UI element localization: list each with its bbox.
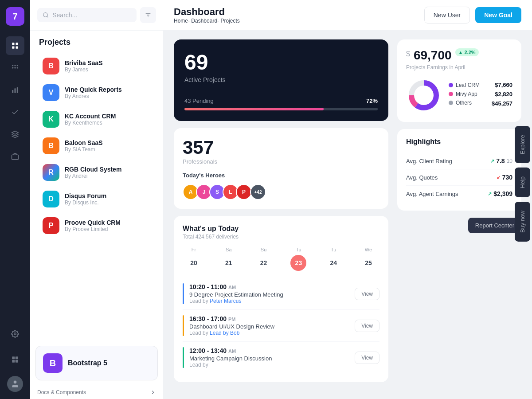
cal-day[interactable]: Fr 20: [183, 247, 205, 271]
project-icon: B: [43, 137, 59, 154]
svg-rect-19: [16, 360, 18, 363]
list-item[interactable]: V Vine Quick Reports By Andres: [34, 80, 160, 106]
highlight-row: Avg. Client Rating ↗ 7.8 10: [406, 153, 512, 169]
content-main: 69 Active Projects 43 Pending 72% 357 Pr…: [174, 39, 388, 390]
legend-item: Others: [449, 100, 485, 106]
list-item[interactable]: K KC Account CRM By Keenthemes: [34, 106, 160, 132]
sidebar-number[interactable]: 7: [6, 7, 24, 26]
buy-now-tab[interactable]: Buy now: [515, 202, 530, 242]
cal-day-active[interactable]: Tu 23: [287, 247, 309, 271]
earnings-sub: Projects Earnings in April: [406, 64, 512, 70]
cal-day[interactable]: Su 22: [253, 247, 275, 271]
svg-rect-1: [16, 43, 18, 45]
project-icon: V: [43, 84, 59, 101]
filter-button[interactable]: [140, 7, 156, 23]
explore-tab[interactable]: Explore: [515, 126, 530, 163]
calendar-subtitle: Total 424,567 deliveries: [183, 234, 379, 240]
svg-point-21: [43, 13, 47, 17]
bootstrap-icon: B: [43, 353, 63, 373]
cal-day-name: Tu: [331, 247, 336, 252]
cal-day[interactable]: We 25: [357, 247, 379, 271]
sidebar-icon-grid[interactable]: [6, 36, 24, 55]
active-projects-number: 69: [184, 50, 378, 74]
bootstrap-title: Bootstrap 5: [68, 359, 107, 367]
hero-more: +42: [250, 184, 266, 200]
event-view-button[interactable]: View: [355, 288, 379, 300]
project-list: B Briviba SaaS By James V Vine Quick Rep…: [30, 52, 163, 340]
projects-title: Projects: [30, 31, 163, 52]
report-area: Report Cecnter: [397, 218, 521, 237]
active-projects-card: 69 Active Projects 43 Pending 72%: [174, 39, 388, 121]
sidebar-icon-widgets[interactable]: [6, 350, 24, 369]
cal-day[interactable]: Sa 21: [218, 247, 240, 271]
professionals-label: Professionals: [183, 158, 379, 165]
event-view-button[interactable]: View: [355, 352, 379, 364]
sidebar-icon-briefcase[interactable]: [6, 147, 24, 166]
list-item[interactable]: B Baloon SaaS By SIA Team: [34, 133, 160, 159]
list-item[interactable]: P Proove Quick CRM By Proove Limited: [34, 213, 160, 239]
highlight-row: Avg. Quotes ↙ 730: [406, 169, 512, 186]
earnings-amount: 69,700: [414, 48, 452, 63]
project-by: By Andrei: [65, 173, 121, 179]
new-user-button[interactable]: New User: [424, 7, 470, 23]
project-name: Vine Quick Reports: [65, 86, 122, 93]
project-name: Baloon SaaS: [65, 139, 103, 146]
event-lead: Lead by: [189, 362, 349, 368]
cal-day-name: Tu: [296, 247, 301, 252]
sidebar-icon-layers[interactable]: [6, 125, 24, 144]
svg-point-15: [14, 333, 16, 335]
cal-day-name: Sa: [226, 247, 231, 252]
event-name: 9 Degree Project Estimation Meeting: [189, 291, 349, 298]
svg-rect-5: [15, 65, 16, 66]
calendar-card: What's up Today Total 424,567 deliveries…: [174, 216, 388, 382]
professionals-number: 357: [183, 137, 379, 158]
list-item[interactable]: B Briviba SaaS By James: [34, 53, 160, 79]
event-view-button[interactable]: View: [355, 320, 379, 332]
breadcrumb-home[interactable]: Home-: [174, 18, 190, 24]
project-by: By James: [65, 66, 103, 73]
earnings-card: $ 69,700 ▲ 2.2% Projects Earnings in Apr…: [397, 39, 521, 122]
highlight-value: ↗ 7.8 10: [490, 157, 512, 164]
bootstrap-banner[interactable]: B Bootstrap 5: [35, 346, 158, 380]
event-line: [183, 315, 184, 336]
event-item: 12:00 - 13:40 AM Marketing Campaign Disc…: [183, 342, 379, 373]
event-time: 12:00 - 13:40 AM: [189, 347, 349, 354]
svg-rect-14: [12, 155, 19, 160]
stats-row: 357 Professionals Today's Heroes A J S L…: [174, 128, 388, 209]
event-lead-link[interactable]: Peter Marcus: [210, 298, 241, 304]
event-lead: Lead by Lead by Bob: [189, 330, 349, 336]
sidebar-icon-check[interactable]: [6, 103, 24, 121]
cal-day[interactable]: Tu 24: [322, 247, 344, 271]
project-by: By Disqus Inc.: [65, 200, 106, 206]
event-lead: Lead by Peter Marcus: [189, 298, 349, 304]
search-input-wrap[interactable]: [37, 8, 137, 22]
event-line: [183, 347, 184, 368]
sidebar-icon-settings[interactable]: [6, 325, 24, 343]
svg-rect-11: [15, 88, 16, 93]
breadcrumb-dash[interactable]: Dashboard-: [191, 18, 219, 24]
project-icon: D: [43, 191, 59, 207]
docs-row[interactable]: Docs & Components: [30, 386, 163, 399]
project-icon: K: [43, 111, 59, 128]
svg-rect-17: [16, 356, 18, 359]
header-right: New User New Goal: [424, 7, 521, 23]
user-avatar[interactable]: [7, 376, 23, 392]
list-item[interactable]: R RGB Cloud System By Andrei: [34, 160, 160, 185]
svg-rect-2: [12, 47, 14, 49]
cal-day-name: Fr: [192, 247, 196, 252]
sidebar-icon-modules[interactable]: [6, 59, 24, 77]
help-tab[interactable]: Help: [515, 168, 530, 197]
event-lead-link[interactable]: Lead by Bob: [210, 330, 239, 336]
svg-point-20: [14, 381, 17, 384]
new-goal-button[interactable]: New Goal: [475, 7, 521, 23]
search-input[interactable]: [52, 12, 131, 19]
top-header: Dashboard Home- Dashboard- Projects New …: [163, 0, 532, 31]
svg-rect-7: [12, 67, 13, 69]
list-item[interactable]: D Disqus Forum By Disqus Inc.: [34, 186, 160, 212]
donut-chart: [406, 78, 442, 113]
project-name: RGB Cloud System: [65, 166, 121, 173]
project-name: Disqus Forum: [65, 192, 106, 200]
content-area: 69 Active Projects 43 Pending 72% 357 Pr…: [163, 31, 532, 399]
project-icon: P: [43, 217, 59, 234]
sidebar-icon-chart[interactable]: [6, 81, 24, 99]
